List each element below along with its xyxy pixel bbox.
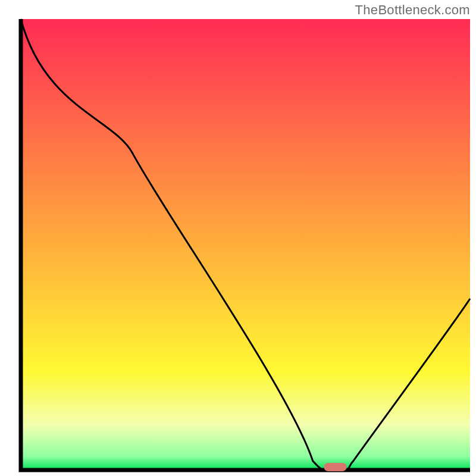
watermark-text: TheBottleneck.com <box>355 2 470 18</box>
plot-background <box>21 19 470 470</box>
chart-container: TheBottleneck.com <box>0 0 476 476</box>
optimal-marker <box>324 463 346 471</box>
chart-svg <box>0 0 476 476</box>
